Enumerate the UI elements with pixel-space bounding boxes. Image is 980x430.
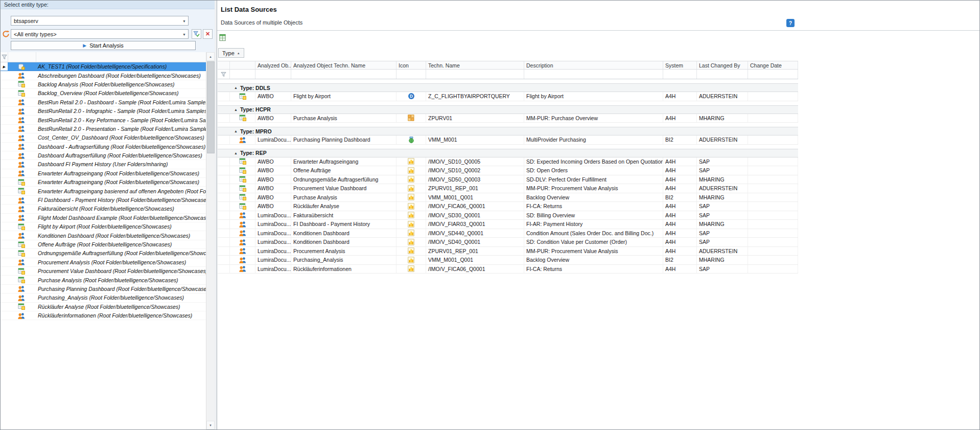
table-row[interactable]: AWBOPurchase AnalysisZPURV01MM-PUR: Purc… <box>218 114 798 123</box>
entity-list-item[interactable]: Procurement Value Dashboard (Root Folder… <box>1 267 206 276</box>
filter-indicator-cell[interactable] <box>1 52 8 62</box>
chevron-down-icon[interactable]: ▼ <box>182 19 186 23</box>
chevron-down-icon[interactable]: ▼ <box>182 33 186 36</box>
table-row[interactable]: LumiraDocu...FI Dashboard - Payment Hist… <box>218 220 798 229</box>
edit-filter-button[interactable] <box>192 29 201 39</box>
table-row[interactable]: AWBOOrdnungsgemäße Auftragserfüllung/IMO… <box>218 175 798 185</box>
table-body: ▲Type: DDLSAWBOFlight by AirportDZ_C_FLI… <box>218 83 798 274</box>
entity-list-item[interactable]: Dashboard FI Payment History (User Folde… <box>1 160 206 169</box>
entity-list-item[interactable]: Purchase Analysis (Root Folder/bluetelli… <box>1 276 206 284</box>
entity-list-item[interactable]: Backlog Analysis (Root Folder/bluetellig… <box>1 80 206 89</box>
column-header[interactable]: Icon <box>396 61 426 69</box>
clear-filter-button[interactable]: ✕ <box>203 29 213 39</box>
entity-list-item[interactable]: Dashboard - Auftragserfüllung (Root Fold… <box>1 143 206 151</box>
column-header[interactable]: Last Changed By <box>697 61 748 69</box>
entity-list-item[interactable]: Rückläufer Analyse (Root Folder/bluetell… <box>1 303 206 311</box>
entity-list-item[interactable]: Backlog_Overview (Root Folder/bluetellig… <box>1 89 206 98</box>
filter-funnel-cell[interactable] <box>218 70 230 79</box>
filter-cell[interactable] <box>524 70 663 79</box>
tech-name-cell: Z_C_FLIGHTBYAIRPORTQUERY <box>426 92 524 101</box>
filter-cell[interactable] <box>396 70 426 79</box>
entity-list-item[interactable]: Konditionen Dashboard (Root Folder/bluet… <box>1 231 206 240</box>
table-row[interactable]: LumiraDocu...Fakturaübersicht/IMO/V_SD30… <box>218 211 798 220</box>
entity-list-item[interactable]: Erwarteter Auftragseingang (Root Folder/… <box>1 169 206 178</box>
name-column-header[interactable] <box>36 52 206 62</box>
last-changed-by-cell: SAP <box>697 157 748 166</box>
entity-list-item[interactable]: Erwarteter Auftragseingang basierend auf… <box>1 187 206 195</box>
entity-list-scrollbar[interactable]: ▲ ▼ <box>206 52 215 429</box>
group-by-chip[interactable]: Type ▲ <box>218 48 244 58</box>
filter-cell[interactable] <box>663 70 697 79</box>
row-indicator-cell <box>218 184 230 193</box>
start-analysis-button[interactable]: ▶ Start Analysis <box>11 41 196 50</box>
entity-list-item[interactable]: Abschreibungen Dashboard (Root Folder/bl… <box>1 71 206 80</box>
column-header[interactable]: Description <box>524 61 663 69</box>
group-row[interactable]: ▲Type: REP <box>218 149 798 157</box>
entity-list-item[interactable]: BestRunRetail 2.0 - Key Peformance - Sam… <box>1 116 206 124</box>
table-row[interactable]: AWBOFlight by AirportDZ_C_FLIGHTBYAIRPOR… <box>218 92 798 101</box>
entity-type-combo[interactable]: <All entity types> ▼ <box>11 29 189 39</box>
table-row[interactable]: LumiraDocu...Rückläuferinformationen/IMO… <box>218 265 798 274</box>
entity-list-item[interactable]: FI Dashboard - Payment History (Root Fol… <box>1 196 206 205</box>
scroll-up-button[interactable]: ▲ <box>206 52 215 61</box>
table-row[interactable]: AWBOErwarteter Auftragseingang/IMO/V_SD1… <box>218 157 798 167</box>
column-header-blank[interactable] <box>230 61 255 69</box>
entity-list-item[interactable]: Rückläuferinformationen (Root Folder/blu… <box>1 311 206 320</box>
row-indicator-cell <box>218 92 230 101</box>
filter-cell[interactable] <box>697 70 748 79</box>
table-row[interactable]: AWBOOffene Aufträge/IMO/V_SD10_Q0002SD: … <box>218 166 798 175</box>
scrollbar-thumb[interactable] <box>207 61 215 153</box>
group-label: Type: DDLS <box>240 85 270 91</box>
table-row[interactable]: LumiraDocu...Konditionen Dashboard/IMO/V… <box>218 238 798 247</box>
group-row[interactable]: ▲Type: DDLS <box>218 83 798 92</box>
filter-cell[interactable] <box>748 70 798 79</box>
table-row[interactable]: AWBOProcurement Value DashboardZPURV01_R… <box>218 184 798 193</box>
filter-cell[interactable] <box>255 70 291 79</box>
column-header-blank[interactable] <box>218 61 230 69</box>
icon-column-header[interactable] <box>8 52 36 62</box>
group-row[interactable]: ▲Type: MPRO <box>218 127 798 135</box>
description-cell: SD: Billing Overview <box>524 211 663 220</box>
description-cell: MM-PUR: Procurement Value Analysis <box>524 184 663 193</box>
entity-list-item[interactable]: Purchasing Planning Dashboard (Root Fold… <box>1 285 206 293</box>
group-row[interactable]: ▲Type: HCPR <box>218 105 798 114</box>
column-header[interactable]: Analyzed Ob... <box>255 61 291 69</box>
entity-list-item[interactable]: BestRunRetail 2.0 - Infographic - Sample… <box>1 107 206 116</box>
entity-list-item[interactable]: Purchasing_Analysis (Root Folder/bluetel… <box>1 293 206 302</box>
entity-list-item[interactable]: Flight Model Dashboard Example (Root Fol… <box>1 214 206 222</box>
scroll-down-button[interactable]: ▼ <box>206 421 215 429</box>
entity-label: Procurement Value Dashboard (Root Folder… <box>35 268 206 274</box>
table-row[interactable]: LumiraDocu...Purchasing_AnalysisVMM_M001… <box>218 256 798 265</box>
column-header[interactable]: System <box>663 61 697 69</box>
entity-list-item[interactable]: Offene Aufträge (Root Folder/bluetellige… <box>1 240 206 249</box>
table-row[interactable]: AWBORückläufer Analyse/IMO/V_FICA06_Q000… <box>218 202 798 211</box>
column-header[interactable]: Change Date <box>748 61 798 69</box>
table-row[interactable]: LumiraDocu...Konditionen Dashboard/IMO/V… <box>218 229 798 238</box>
table-row[interactable]: AWBOPurchase AnalysisVMM_M001_Q001Backlo… <box>218 193 798 202</box>
entity-list-item[interactable]: ▶AK_TEST1 (Root Folder/bluetelligence/Sp… <box>1 62 206 71</box>
entity-list-item[interactable]: Ordnungsgemäße Auftragserfüllung (Root F… <box>1 249 206 258</box>
entity-list-item[interactable]: Flight by Airport (Root Folder/bluetelli… <box>1 222 206 231</box>
table-row[interactable]: LumiraDocu...Procurement AnalysisZPURV01… <box>218 247 798 256</box>
filter-cell[interactable] <box>230 70 255 79</box>
object-icon-cell <box>230 166 255 175</box>
filter-cell[interactable] <box>291 70 396 79</box>
help-button[interactable]: ? <box>786 19 795 27</box>
lumira-icon <box>18 214 25 221</box>
tech-name-cell: ZPURV01 <box>426 114 524 123</box>
entity-list-item[interactable]: BestRunRetail 2.0 - Presentation - Sampl… <box>1 125 206 133</box>
entity-list-item[interactable]: BestRun Retail 2.0 - Dashboard - Sample … <box>1 98 206 107</box>
system-combo[interactable]: btsapserv ▼ <box>11 16 189 26</box>
reload-icon[interactable] <box>2 30 10 38</box>
entity-list-item[interactable]: Fakturaübersicht (Root Folder/bluetellig… <box>1 205 206 213</box>
entity-list-item[interactable]: Dashboard Auftragserfüllung (Root Folder… <box>1 151 206 160</box>
entity-grid: ▶AK_TEST1 (Root Folder/bluetelligence/Sp… <box>1 52 206 429</box>
table-row[interactable]: LumiraDocu...Purchasing Planning Dashboa… <box>218 135 798 145</box>
entity-list-item[interactable]: Erwarteter Auftragseingang (Root Folder/… <box>1 178 206 187</box>
column-header[interactable]: Techn. Name <box>426 61 524 69</box>
column-header[interactable]: Analyzed Object Techn. Name <box>291 61 396 69</box>
entity-list-item[interactable]: Cost_Center_OV_Dashboard (Root Folder/bl… <box>1 133 206 142</box>
export-excel-button[interactable] <box>219 34 227 42</box>
entity-list-item[interactable]: Procurement Analysis (Root Folder/bluete… <box>1 258 206 267</box>
filter-cell[interactable] <box>426 70 524 79</box>
